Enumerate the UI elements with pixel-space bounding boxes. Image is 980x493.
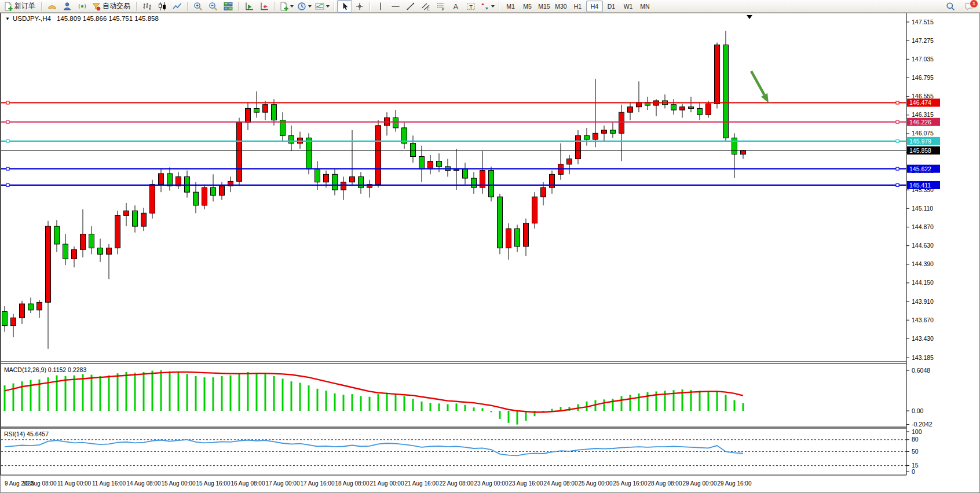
time-axis-label: 10 Aug 08:00: [23, 480, 57, 487]
dropdown-caret: [491, 5, 495, 8]
candle: [246, 102, 251, 130]
chat-button[interactable]: 1: [961, 0, 977, 13]
fibonacci-tool-button[interactable]: F: [433, 0, 448, 13]
zoom-out-button[interactable]: [206, 0, 221, 13]
candle: [671, 99, 677, 115]
candle: [298, 132, 303, 149]
timeframe-d1-button[interactable]: D1: [603, 1, 620, 12]
candle: [2, 306, 8, 332]
chart-canvas[interactable]: 147.515147.275147.035146.795146.555146.3…: [1, 13, 979, 492]
zoom-in-button[interactable]: [191, 0, 206, 13]
price-line-badge-text: 146.474: [909, 99, 931, 106]
time-axis-label: 15 Aug 00:00: [162, 480, 196, 487]
timeframe-m15-button[interactable]: M15: [536, 1, 553, 12]
arrow-annotation[interactable]: [751, 71, 769, 103]
candle: [550, 171, 555, 194]
separator: [238, 2, 239, 11]
trendline-tool-button[interactable]: [403, 0, 418, 13]
time-axis-label: 23 Aug 00:00: [474, 480, 509, 487]
horizontal-line-object[interactable]: [1, 101, 906, 104]
separator: [370, 2, 371, 11]
trade-account-button[interactable]: [60, 0, 75, 13]
bar-chart-type-button[interactable]: [140, 0, 155, 13]
candle: [645, 97, 650, 110]
horizontal-line-tool-button[interactable]: [388, 0, 403, 13]
timeframe-m1-button[interactable]: M1: [502, 1, 519, 12]
candle: [558, 144, 564, 180]
candle: [167, 167, 173, 190]
candle: [593, 79, 598, 147]
horizontal-line-object[interactable]: [1, 183, 906, 186]
candle: [515, 225, 520, 252]
time-axis-label: 22 Aug 08:00: [440, 480, 474, 487]
indicators-button[interactable]: [313, 0, 331, 13]
candle: [715, 43, 720, 109]
crosshair-tool-button[interactable]: [352, 0, 367, 13]
macd-histogram: [4, 370, 744, 425]
price-tick-label: 147.035: [912, 56, 934, 62]
time-axis-label: 16 Aug 08:00: [231, 480, 265, 487]
price-tick-label: 143.670: [912, 317, 934, 323]
timeframe-h4-button[interactable]: H4: [586, 1, 603, 12]
periods-button[interactable]: [295, 0, 313, 13]
chart-window[interactable]: ▼ USDJPY-,H4 145.809 145.866 145.751 145…: [0, 13, 980, 493]
new-order-button[interactable]: 新订单: [2, 0, 39, 13]
candle: [506, 223, 511, 260]
text-label-icon: T: [466, 2, 476, 11]
candle: [54, 220, 60, 252]
text-tool-button[interactable]: A: [448, 0, 463, 13]
new-order-icon: [3, 2, 13, 11]
chart-menu-caret-icon[interactable]: ▼: [5, 16, 10, 21]
candle: [480, 151, 485, 194]
dropdown-caret: [290, 5, 294, 8]
candle: [159, 169, 164, 192]
candle: [124, 203, 129, 226]
line-chart-type-button[interactable]: [170, 0, 185, 13]
candle: [489, 167, 494, 201]
candle: [107, 244, 112, 279]
timeframe-w1-button[interactable]: W1: [620, 1, 637, 12]
candle: [20, 301, 25, 324]
time-axis-label: 17 Aug 00:00: [266, 480, 300, 487]
chart-symbol-period: USDJPY-,H4: [13, 15, 51, 22]
arrows-tool-button[interactable]: [478, 0, 496, 13]
time-axis-label: 25 Aug 16:00: [613, 480, 648, 487]
templates-button[interactable]: [277, 0, 295, 13]
text-label-tool-button[interactable]: T: [463, 0, 478, 13]
timeframe-h1-button[interactable]: H1: [569, 1, 586, 12]
channel-tool-button[interactable]: E: [418, 0, 433, 13]
tile-windows-button[interactable]: [221, 0, 236, 13]
search-icon: [946, 2, 955, 11]
timeframe-m5-button[interactable]: M5: [519, 1, 536, 12]
candle: [385, 112, 390, 135]
timeframe-mn-button[interactable]: MN: [637, 1, 653, 12]
horizontal-line-object[interactable]: [1, 139, 906, 142]
timeframe-m30-button[interactable]: M30: [553, 1, 569, 12]
macd-indicator-label: MACD(12,26,9) 0.1152 0.2283: [4, 366, 86, 373]
time-axis-label: 11 Aug 16:00: [92, 480, 126, 487]
price-tick-label: 147.515: [912, 19, 934, 25]
horizontal-line-object[interactable]: [1, 120, 906, 123]
toolbar: 新订单 自动交易: [0, 0, 980, 13]
cursor-tool-button[interactable]: [337, 0, 352, 13]
candle: [393, 110, 398, 132]
signals-button[interactable]: [75, 0, 90, 13]
candle: [63, 234, 68, 265]
vertical-line-tool-button[interactable]: [373, 0, 388, 13]
auto-scroll-icon: [244, 2, 254, 11]
chart-shift-button[interactable]: [257, 0, 272, 13]
candle: [193, 182, 199, 214]
time-axis-label: 29 Aug 00:00: [683, 480, 717, 487]
chart-shift-marker-icon[interactable]: [747, 15, 752, 19]
candle: [367, 180, 372, 198]
svg-text:T: T: [469, 3, 473, 9]
zoom-in-icon: [193, 2, 203, 11]
auto-scroll-button[interactable]: [242, 0, 257, 13]
auto-trading-button[interactable]: 自动交易: [90, 0, 134, 13]
candle: [81, 209, 86, 257]
mql-community-button[interactable]: [45, 0, 60, 13]
candle: [663, 94, 668, 108]
candle: [332, 169, 338, 196]
search-button[interactable]: [943, 0, 958, 13]
candlestick-chart-type-button[interactable]: [155, 0, 170, 13]
